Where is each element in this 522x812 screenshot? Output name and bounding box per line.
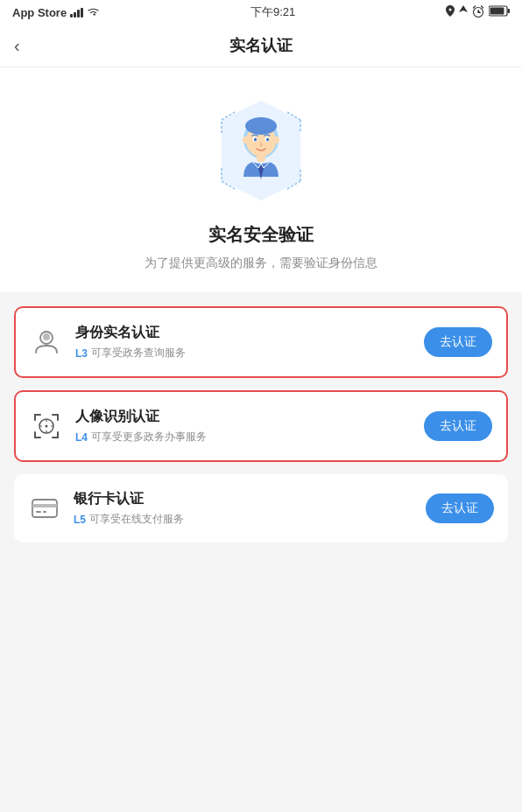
id-cert-icon [30,326,63,359]
page-title: 实名认证 [229,35,293,56]
svg-rect-32 [34,431,36,438]
svg-rect-3 [490,8,504,15]
svg-point-22 [274,136,279,144]
back-button[interactable]: ‹ [14,36,20,56]
status-right [446,5,510,20]
id-cert-button[interactable]: 去认证 [424,327,492,357]
cards-section: 身份实名认证 L3 可享受政务查询服务 去认证 [0,292,522,542]
id-cert-title: 身份实名认证 [75,324,412,342]
svg-rect-44 [43,511,46,513]
id-cert-card: 身份实名认证 L3 可享受政务查询服务 去认证 [14,306,508,378]
id-cert-desc: L3 可享受政务查询服务 [75,346,412,360]
time-display: 下午9:21 [250,4,295,20]
battery-icon [489,5,510,19]
svg-rect-34 [57,431,59,438]
alarm-icon [472,5,484,20]
svg-point-20 [266,138,269,142]
face-cert-icon [30,410,63,443]
svg-point-21 [243,136,248,144]
svg-rect-41 [32,500,57,517]
face-cert-button[interactable]: 去认证 [424,411,492,441]
bank-cert-desc: L5 可享受在线支付服务 [74,512,413,527]
avatar-image [204,94,318,207]
id-cert-info: 身份实名认证 L3 可享受政务查询服务 [75,324,412,360]
svg-rect-2 [508,9,511,13]
svg-point-19 [254,138,257,142]
signal-icon [70,8,83,18]
bank-cert-info: 银行卡认证 L5 可享受在线支付服务 [74,490,413,527]
svg-rect-23 [257,155,265,162]
id-cert-level: L3 [75,347,88,360]
status-left: App Store [12,6,100,19]
bank-cert-button[interactable]: 去认证 [426,494,494,523]
svg-point-36 [46,425,48,428]
svg-rect-28 [34,414,36,421]
face-cert-desc-text: 可享受更多政务办事服务 [91,430,207,444]
location-icon [446,5,455,19]
bank-cert-title: 银行卡认证 [74,490,413,508]
avatar-container [204,94,318,207]
bank-cert-level: L5 [74,514,86,526]
hero-title: 实名安全验证 [208,223,314,247]
svg-point-16 [245,117,277,135]
wifi-icon [87,6,100,19]
svg-point-26 [43,333,50,340]
status-bar: App Store 下午9:21 [0,0,522,24]
main-content: 实名安全验证 为了提供更高级的服务，需要验证身份信息 身份实名认证 L3 可享受… [0,67,522,578]
hero-section: 实名安全验证 为了提供更高级的服务，需要验证身份信息 [0,67,522,292]
nav-bar: ‹ 实名认证 [0,24,522,67]
app-store-text: App Store [12,6,67,19]
face-cert-card: 人像识别认证 L4 可享受更多政务办事服务 去认证 [14,390,508,462]
arrow-icon [459,5,468,19]
svg-rect-43 [36,511,41,513]
svg-rect-42 [32,504,57,508]
face-cert-level: L4 [75,431,88,444]
bank-cert-card: 银行卡认证 L5 可享受在线支付服务 去认证 [14,474,508,542]
bank-cert-icon [28,492,61,525]
svg-rect-30 [57,414,59,421]
id-cert-desc-text: 可享受政务查询服务 [91,346,186,360]
face-cert-desc: L4 可享受更多政务办事服务 [75,430,412,444]
face-cert-info: 人像识别认证 L4 可享受更多政务办事服务 [75,408,412,444]
face-cert-title: 人像识别认证 [75,408,412,426]
hero-subtitle: 为了提供更高级的服务，需要验证身份信息 [145,256,377,271]
bank-cert-desc-text: 可享受在线支付服务 [89,512,184,527]
